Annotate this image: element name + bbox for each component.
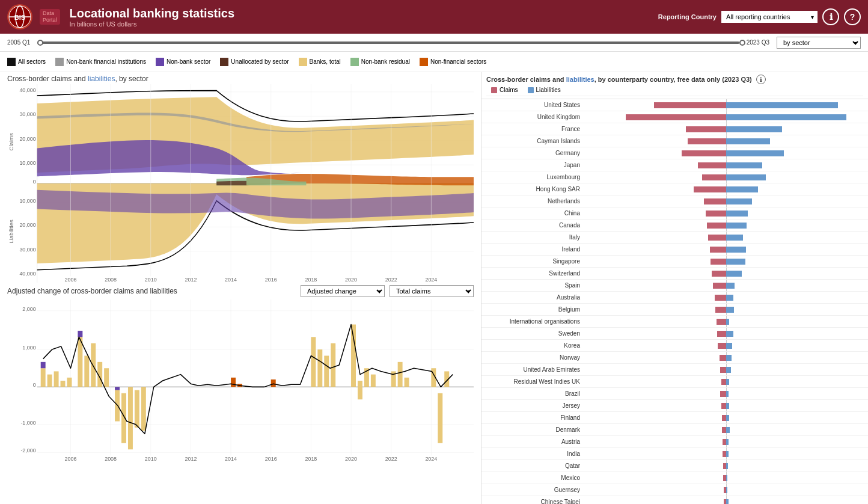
country-row[interactable]: Austria [481,436,868,448]
svg-text:2012: 2012 [185,456,197,462]
country-row[interactable]: Belgium [481,304,868,316]
legend-nonfinancial: Non-financial sectors [420,58,486,66]
country-name: Hong Kong SAR [481,186,584,192]
bars-area [584,304,868,315]
svg-text:2006: 2006 [65,456,77,462]
bar-liabilities [726,499,729,505]
slider-thumb-right[interactable] [739,40,745,46]
legend-all-sectors: All sectors [7,58,46,66]
bar-claims [694,186,726,192]
svg-rect-89 [324,355,329,387]
top-chart: 40,000 30,000 20,000 10,000 0 Claims Lia… [0,84,481,283]
country-row[interactable]: Denmark [481,424,868,436]
svg-rect-83 [115,387,120,390]
country-name: Belgium [481,306,584,313]
bar-liabilities [726,198,752,204]
right-panel-title: Cross-border claims and liabilities, by … [486,75,863,84]
total-claims-select[interactable]: Total claims [390,285,474,297]
bar-liabilities [726,379,729,385]
country-row[interactable]: Norway [481,352,868,364]
country-row[interactable]: France [481,123,868,135]
country-row[interactable]: Jersey [481,400,868,412]
country-row[interactable]: Hong Kong SAR [481,183,868,195]
legend-liabilities-label: Liabilities [536,87,561,93]
country-row[interactable]: Switzerland [481,268,868,280]
country-row[interactable]: Australia [481,292,868,304]
total-claims-select-wrapper[interactable]: Total claims [390,285,474,297]
bar-claims [715,307,726,313]
bar-liabilities [726,355,732,361]
country-row[interactable]: Guernsey [481,484,868,496]
country-row[interactable]: Luxembourg [481,171,868,183]
bars-area [584,220,868,231]
right-panel-info-icon[interactable]: ℹ [756,75,766,84]
bars-area [584,340,868,351]
svg-text:2024: 2024 [425,277,437,283]
country-row[interactable]: Chinese Taipei [481,496,868,504]
country-row[interactable]: Japan [481,159,868,171]
bars-area [584,364,868,375]
help-icon[interactable]: ? [844,8,861,25]
bars-area [584,472,868,484]
bar-claims [721,379,726,385]
country-row[interactable]: Mexico [481,472,868,484]
bar-claims [686,126,726,132]
country-name: Switzerland [481,270,584,277]
country-row[interactable]: Korea [481,340,868,352]
bis-logo: BIS [7,4,32,29]
country-row[interactable]: China [481,207,868,220]
country-row[interactable]: Netherlands [481,195,868,207]
reporting-country-select[interactable]: All reporting countries [721,11,818,23]
bar-claims [711,259,726,265]
country-row[interactable]: United Arab Emirates [481,364,868,376]
bar-liabilities [726,150,784,156]
country-name: Guernsey [481,487,584,493]
bar-claims [722,427,726,433]
country-row[interactable]: Sweden [481,328,868,340]
svg-rect-90 [331,343,335,387]
country-row[interactable]: Ireland [481,244,868,256]
sector-select-wrapper[interactable]: by sector [777,37,861,49]
slider-thumb-left[interactable] [37,40,43,46]
adjusted-change-select[interactable]: Adjusted change [301,285,385,297]
country-row[interactable]: International organisations [481,316,868,328]
country-name: Sweden [481,330,584,337]
bars-area [584,316,868,327]
bars-area [584,123,868,135]
country-row[interactable]: Canada [481,220,868,232]
sector-select[interactable]: by sector [777,37,861,49]
country-row[interactable]: Cayman Islands [481,135,868,147]
country-row[interactable]: India [481,448,868,460]
svg-rect-91 [351,325,356,387]
country-row[interactable]: Italy [481,232,868,244]
country-row[interactable]: Spain [481,280,868,292]
country-row[interactable]: Brazil [481,388,868,400]
country-row[interactable]: Germany [481,147,868,159]
svg-text:2012: 2012 [185,277,197,283]
info-icon[interactable]: ℹ [822,8,839,25]
slider-track[interactable] [37,41,739,44]
svg-text:2010: 2010 [145,277,157,283]
reporting-country-select-wrapper[interactable]: All reporting countries [721,11,818,23]
adjusted-change-select-wrapper[interactable]: Adjusted change [301,285,385,297]
time-slider[interactable] [37,41,739,44]
right-panel[interactable]: Cross-border claims and liabilities, by … [481,72,868,504]
bars-area [584,99,868,111]
bar-liabilities [726,367,731,373]
svg-text:0: 0 [33,382,36,388]
end-year-label: 2023 Q3 [747,39,769,46]
svg-text:Liabilities: Liabilities [8,220,14,244]
country-row[interactable]: Residual West Indies UK [481,376,868,388]
country-row[interactable]: Qatar [481,460,868,472]
svg-text:2010: 2010 [145,456,157,462]
bar-claims [626,114,726,120]
country-row[interactable]: Finland [481,412,868,424]
svg-text:1,000: 1,000 [22,345,35,351]
country-row[interactable]: Singapore [481,256,868,268]
svg-rect-67 [47,375,52,387]
legend-nonbank-fi-label: Non-bank financial institutions [66,58,146,65]
top-chart-title: Cross-border claims and liabilities, by … [0,72,481,84]
country-row[interactable]: United States [481,99,868,111]
country-row[interactable]: United Kingdom [481,111,868,123]
bottom-chart-svg: 2,000 1,000 0 -1,000 -2,000 [7,300,474,462]
